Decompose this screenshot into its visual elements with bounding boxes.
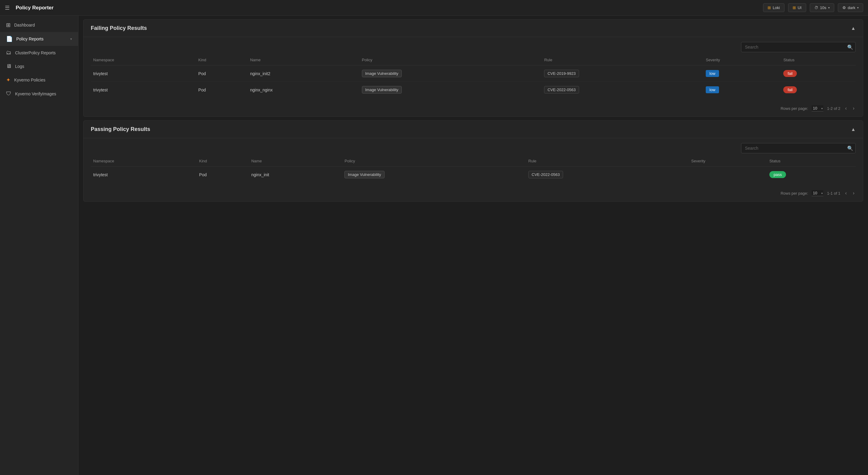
sidebar-label-clusterpolicy: ClusterPolicy Reports <box>15 50 72 55</box>
failing-col-namespace: Namespace <box>91 55 196 65</box>
failing-search-icon: 🔍 <box>847 44 853 50</box>
passing-col-status: Status <box>767 156 856 167</box>
passing-table: Namespace Kind Name Policy Rule Severity… <box>91 156 856 183</box>
cell-name: nginx_init <box>249 167 342 183</box>
app-title: Policy Reporter <box>16 5 760 11</box>
cell-namespace: trivytest <box>91 167 197 183</box>
passing-rows-per-page-select[interactable]: 10 25 50 <box>812 190 824 196</box>
failing-rows-select-wrap: 10 25 50 ▾ <box>812 105 824 111</box>
loki-button[interactable]: ⊞ Loki <box>763 3 784 12</box>
ui-label: UI <box>798 5 802 10</box>
passing-col-name: Name <box>249 156 342 167</box>
sidebar-item-dashboard[interactable]: ⊞ Dashboard <box>0 18 78 32</box>
dashboard-icon: ⊞ <box>6 22 10 28</box>
failing-section: Failing Policy Results ▲ 🔍 Namespace <box>83 19 863 117</box>
passing-search-wrap: 🔍 <box>741 143 856 153</box>
failing-search-wrap: 🔍 <box>741 42 856 52</box>
policy-reports-icon: 📄 <box>6 36 13 42</box>
cell-kind: Pod <box>196 82 248 98</box>
clock-icon: ⏱ <box>814 5 818 10</box>
failing-search-button[interactable]: 🔍 <box>847 44 853 50</box>
policy-reports-caret-icon: ▾ <box>70 37 72 41</box>
cell-name: nginx_nginx <box>248 82 360 98</box>
passing-next-page-button[interactable]: › <box>852 190 856 197</box>
passing-prev-page-button[interactable]: ‹ <box>844 190 848 197</box>
passing-col-kind: Kind <box>197 156 249 167</box>
cell-status: pass <box>767 167 856 183</box>
passing-pagination: Rows per page: 10 25 50 ▾ 1-1 of 1 ‹ › <box>84 187 863 201</box>
cell-policy: Image Vulnerability <box>342 167 526 183</box>
passing-section-toggle-icon: ▲ <box>851 127 856 132</box>
cell-rule: CVE-2022-0563 <box>526 167 689 183</box>
passing-section-header[interactable]: Passing Policy Results ▲ <box>84 121 863 138</box>
cell-kind: Pod <box>197 167 249 183</box>
table-row: trivytest Pod nginx_init Image Vulnerabi… <box>91 167 856 183</box>
failing-table-wrap: Namespace Kind Name Policy Rule Severity… <box>84 55 863 102</box>
cell-severity: low <box>703 82 781 98</box>
cell-policy: Image Vulnerability <box>360 82 542 98</box>
kyverno-policies-icon: ✦ <box>6 77 10 83</box>
failing-prev-page-button[interactable]: ‹ <box>844 105 848 112</box>
failing-page-info: 1-2 of 2 <box>827 106 840 111</box>
cell-policy: Image Vulnerability <box>360 65 542 82</box>
cell-status: fail <box>781 65 856 82</box>
cell-rule: CVE-2022-0563 <box>542 82 703 98</box>
ui-button[interactable]: ⊞ UI <box>788 3 806 12</box>
sidebar-item-logs[interactable]: 🖥 Logs <box>0 59 78 73</box>
passing-rows-select-wrap: 10 25 50 ▾ <box>812 190 824 196</box>
ui-icon: ⊞ <box>793 5 796 10</box>
passing-col-namespace: Namespace <box>91 156 197 167</box>
failing-rows-per-page-label: Rows per page: <box>780 106 808 111</box>
failing-table: Namespace Kind Name Policy Rule Severity… <box>91 55 856 98</box>
passing-search-button[interactable]: 🔍 <box>847 145 853 151</box>
passing-search-icon: 🔍 <box>847 146 853 151</box>
sidebar-label-logs: Logs <box>15 64 72 69</box>
failing-section-title: Failing Policy Results <box>91 25 147 31</box>
sidebar-item-kyverno-policies[interactable]: ✦ Kyverno Policies <box>0 73 78 87</box>
table-row: trivytest Pod nginx_init2 Image Vulnerab… <box>91 65 856 82</box>
passing-col-rule: Rule <box>526 156 689 167</box>
theme-icon: ⚙ <box>842 5 846 10</box>
cell-namespace: trivytest <box>91 82 196 98</box>
failing-col-kind: Kind <box>196 55 248 65</box>
sidebar-item-policy-reports[interactable]: 📄 Policy Reports ▾ <box>0 32 78 46</box>
failing-section-toggle-icon: ▲ <box>851 26 856 31</box>
sidebar-label-kyverno-verifyimages: Kyverno VerifyImages <box>15 91 72 96</box>
passing-col-severity: Severity <box>689 156 767 167</box>
sidebar-label-kyverno-policies: Kyverno Policies <box>14 78 72 82</box>
passing-section: Passing Policy Results ▲ 🔍 Namespace <box>83 120 863 202</box>
sidebar-label-dashboard: Dashboard <box>14 23 72 27</box>
failing-section-header[interactable]: Failing Policy Results ▲ <box>84 20 863 37</box>
topbar: ☰ Policy Reporter ⊞ Loki ⊞ UI ⏱ 10s ▾ ⚙ … <box>0 0 868 16</box>
failing-search-input[interactable] <box>741 42 856 52</box>
cell-rule: CVE-2019-9923 <box>542 65 703 82</box>
cell-severity: low <box>703 65 781 82</box>
passing-search-input[interactable] <box>741 143 856 153</box>
failing-col-severity: Severity <box>703 55 781 65</box>
cell-name: nginx_init2 <box>248 65 360 82</box>
failing-rows-per-page-select[interactable]: 10 25 50 <box>812 105 824 111</box>
sidebar-label-policy-reports: Policy Reports <box>16 36 67 41</box>
interval-label: 10s <box>820 5 826 10</box>
passing-page-info: 1-1 of 1 <box>827 191 840 196</box>
interval-caret-icon: ▾ <box>828 6 830 9</box>
theme-caret-icon: ▾ <box>857 6 859 9</box>
interval-button[interactable]: ⏱ 10s ▾ <box>810 3 834 12</box>
sidebar-item-clusterpolicy-reports[interactable]: 🗂 ClusterPolicy Reports <box>0 46 78 59</box>
cell-kind: Pod <box>196 65 248 82</box>
failing-col-name: Name <box>248 55 360 65</box>
passing-search-row: 🔍 <box>84 138 863 156</box>
failing-next-page-button[interactable]: › <box>852 105 856 112</box>
cell-status: fail <box>781 82 856 98</box>
sidebar: ⊞ Dashboard 📄 Policy Reports ▾ 🗂 Cluster… <box>0 16 79 475</box>
cell-namespace: trivytest <box>91 65 196 82</box>
loki-icon: ⊞ <box>768 5 771 10</box>
theme-button[interactable]: ⚙ dark ▾ <box>838 3 863 12</box>
clusterpolicy-icon: 🗂 <box>6 50 11 56</box>
failing-search-row: 🔍 <box>84 37 863 55</box>
failing-col-status: Status <box>781 55 856 65</box>
sidebar-item-kyverno-verifyimages[interactable]: 🛡 Kyverno VerifyImages <box>0 87 78 100</box>
failing-col-policy: Policy <box>360 55 542 65</box>
menu-icon[interactable]: ☰ <box>5 4 10 11</box>
main-content: Failing Policy Results ▲ 🔍 Namespace <box>79 16 868 475</box>
